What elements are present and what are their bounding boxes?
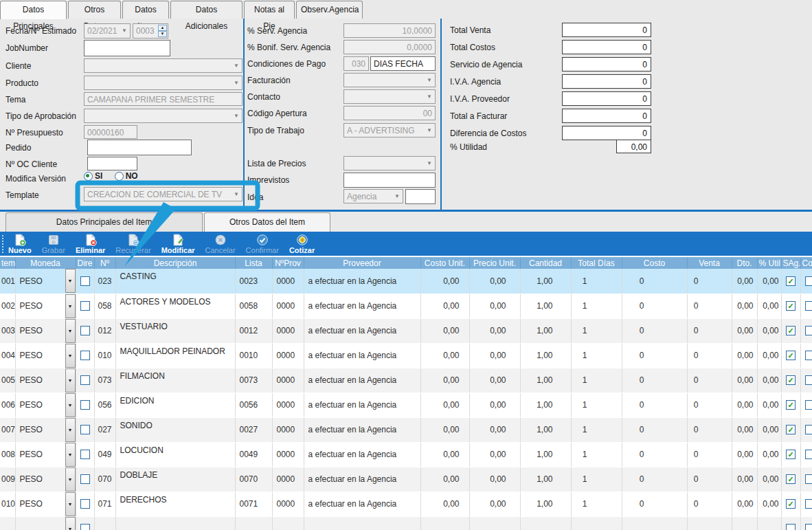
toolbar-cotizar-button[interactable]: Cotizar (289, 234, 315, 254)
spinner-down-icon[interactable]: ▼ (158, 31, 167, 37)
col-total_dias[interactable]: Total Días (571, 257, 622, 269)
co-checkbox[interactable] (805, 351, 812, 360)
co-checkbox[interactable] (805, 425, 812, 434)
dire-checkbox[interactable] (80, 499, 90, 509)
moneda-dropdown-button[interactable]: ▼ (65, 443, 76, 467)
table-row[interactable]: 006PESO▼056EDICION00560000a efectuar en … (0, 393, 812, 417)
cliente-select[interactable]: ▼ (84, 58, 243, 73)
table-row[interactable]: 001PESO▼023CASTING00230000a efectuar en … (0, 269, 812, 294)
tipo-trabajo-select[interactable]: A - ADVERTISING▼ (343, 123, 436, 137)
sag-checkbox[interactable] (786, 524, 796, 530)
col-costo[interactable]: Costo (622, 257, 687, 269)
moneda-dropdown-button[interactable]: ▼ (65, 344, 76, 368)
dire-checkbox[interactable] (80, 524, 90, 530)
sag-checked-checkbox[interactable]: ✓ (786, 450, 796, 459)
codigo-apertura-input[interactable]: 00 (343, 106, 436, 120)
tab-datos-adicionales[interactable]: Datos Adicionales (170, 1, 243, 19)
sag-checked-checkbox[interactable]: ✓ (786, 425, 796, 434)
col-costo_unit[interactable]: Costo Unit. (420, 257, 469, 269)
presupuesto-input[interactable]: 00000160 (84, 125, 137, 139)
moneda-dropdown-button[interactable]: ▼ (65, 368, 76, 393)
spinner-up-icon[interactable]: ▲ (158, 25, 167, 31)
moneda-dropdown-button[interactable]: ▼ (65, 467, 76, 492)
col-co[interactable]: Co (800, 257, 812, 269)
col-dire[interactable]: Dire (76, 257, 94, 269)
col-precio_unit[interactable]: Precio Unit. (469, 257, 520, 269)
dire-checkbox[interactable] (80, 301, 90, 311)
sag-checked-checkbox[interactable]: ✓ (786, 326, 796, 335)
tab-notas-al-pie[interactable]: Notas al Pie (244, 1, 295, 19)
tab-datos-item[interactable]: Datos Item (122, 1, 169, 19)
dire-checkbox[interactable] (80, 400, 90, 410)
col-dto[interactable]: Dto. (732, 257, 757, 269)
dire-checkbox[interactable] (80, 450, 90, 459)
moneda-dropdown-button[interactable]: ▼ (65, 492, 76, 516)
template-select[interactable]: CREACION DE COMERCIAL DE TV▼ (84, 187, 243, 201)
co-checkbox[interactable] (805, 474, 812, 484)
serv-agencia-input[interactable]: 10,0000 (343, 23, 436, 38)
sag-checked-checkbox[interactable]: ✓ (786, 351, 796, 360)
table-row[interactable]: 010PESO▼071DERECHOS00710000a efectuar en… (0, 492, 812, 516)
moneda-dropdown-button[interactable]: ▼ (65, 393, 76, 417)
table-row[interactable]: 004PESO▼010MAQUILLADOR PEINADOR00100000a… (0, 343, 812, 368)
sag-checked-checkbox[interactable]: ✓ (786, 474, 796, 484)
sag-checked-checkbox[interactable]: ✓ (786, 276, 796, 286)
table-row[interactable]: 007PESO▼027SONIDO00270000a efectuar en l… (0, 417, 812, 442)
table-row[interactable]: 002PESO▼058ACTORES Y MODELOS00580000a ef… (0, 294, 812, 318)
sag-checked-checkbox[interactable]: ✓ (786, 375, 796, 385)
table-row-empty[interactable]: ▼ (0, 516, 812, 530)
oc-cliente-input[interactable] (87, 157, 137, 170)
tab-observ-agencia[interactable]: Observ.Agencia (296, 1, 363, 19)
sag-checked-checkbox[interactable]: ✓ (786, 301, 796, 311)
co-checkbox[interactable] (805, 450, 812, 459)
sag-checked-checkbox[interactable]: ✓ (786, 400, 796, 410)
co-checkbox[interactable] (805, 400, 812, 410)
moneda-dropdown-button[interactable]: ▼ (65, 269, 76, 293)
pedido-input[interactable] (87, 140, 192, 155)
col-nro[interactable]: Nº (94, 257, 115, 269)
col-util[interactable]: % Util (757, 257, 781, 269)
col-proveedor[interactable]: Proveedor (304, 257, 420, 269)
dire-checkbox[interactable] (80, 276, 90, 286)
table-row[interactable]: 009PESO▼070DOBLAJE00700000a efectuar en … (0, 467, 812, 492)
co-checkbox[interactable] (805, 524, 812, 530)
radio-si[interactable]: SI (84, 171, 102, 181)
jobnumber-input[interactable] (84, 40, 170, 56)
idea-select[interactable]: Agencia▼ (343, 189, 403, 203)
table-row[interactable]: 003PESO▼012VESTUARIO00120000a efectuar e… (0, 318, 812, 343)
dire-checkbox[interactable] (80, 351, 90, 360)
moneda-dropdown-button[interactable]: ▼ (65, 517, 76, 530)
fecha-number-input[interactable]: 0003▲▼ (133, 23, 168, 38)
dire-checkbox[interactable] (80, 326, 90, 335)
producto-select[interactable]: ▼ (84, 76, 243, 90)
condiciones-pago-code-input[interactable]: 030 (343, 56, 369, 71)
bonif-serv-input[interactable]: 0,0000 (343, 40, 436, 54)
co-checkbox[interactable] (805, 301, 812, 311)
tab-datos-principales-del-item[interactable]: Datos Principales del Item (5, 212, 203, 232)
number-spinner[interactable]: ▲▼ (158, 25, 167, 37)
co-checkbox[interactable] (805, 499, 812, 509)
moneda-dropdown-button[interactable]: ▼ (65, 418, 76, 442)
moneda-dropdown-button[interactable]: ▼ (65, 294, 76, 318)
sag-checked-checkbox[interactable]: ✓ (786, 499, 796, 509)
condiciones-pago-desc-input[interactable]: DIAS FECHA (370, 56, 436, 71)
table-row[interactable]: 008PESO▼049LOCUCION00490000a efectuar en… (0, 442, 812, 467)
toolbar-eliminar-button[interactable]: Eliminar (76, 234, 105, 254)
imprevistos-input[interactable] (343, 173, 436, 188)
toolbar-nuevo-button[interactable]: Nuevo (8, 234, 32, 254)
toolbar-modificar-button[interactable]: Modificar (161, 234, 195, 254)
facturacion-select[interactable]: ▼ (343, 73, 436, 87)
tema-input[interactable]: CAMAPANA PRIMER SEMESTRE (84, 92, 243, 106)
col-venta[interactable]: Venta (687, 257, 732, 269)
co-checkbox[interactable] (805, 326, 812, 335)
idea-extra-input[interactable] (405, 189, 436, 204)
lista-precios-select[interactable]: ▼ (343, 156, 436, 170)
col-sag[interactable]: SAg. (781, 257, 800, 269)
radio-no[interactable]: NO (115, 171, 138, 181)
col-lista[interactable]: Lista (235, 257, 272, 269)
toolbar-grip-icon[interactable] (2, 235, 3, 253)
col-cantidad[interactable]: Cantidad (520, 257, 571, 269)
col-item[interactable]: tem (0, 257, 15, 269)
dire-checkbox[interactable] (80, 474, 90, 484)
fecha-period-select[interactable]: 02/2021▼ (84, 23, 131, 38)
